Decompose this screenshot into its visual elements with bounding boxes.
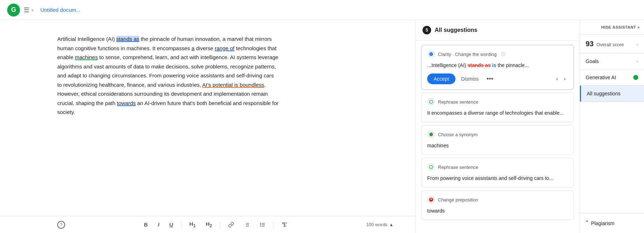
- rephrase2-icon: [427, 163, 435, 171]
- suggestion-card-rephrase1[interactable]: Rephrase sentence It encompasses a diver…: [421, 92, 574, 122]
- overall-score-label: Overall score: [596, 42, 624, 47]
- clear-format-button[interactable]: [279, 220, 289, 229]
- doc-title[interactable]: Untitled docum...: [40, 7, 81, 13]
- prev-suggestion-button[interactable]: ‹: [554, 75, 560, 83]
- svg-point-11: [260, 226, 260, 226]
- info-icon[interactable]: ⓘ: [501, 51, 505, 57]
- suggestion-card-clarity[interactable]: C Clarity · Change the wording ⓘ ...Inte…: [421, 45, 574, 90]
- ordered-list-button[interactable]: [242, 220, 252, 229]
- card-actions-clarity: Accept Dismiss ••• ‹ ›: [427, 73, 568, 84]
- bold-button[interactable]: B: [142, 220, 150, 229]
- plagiarism-label: Plagiarism: [591, 220, 614, 226]
- suggestions-count: 5: [423, 26, 431, 34]
- h1-button[interactable]: H1: [187, 219, 198, 230]
- word-count: 100 words ▲: [366, 222, 394, 227]
- suggestions-title: All suggestions: [435, 27, 477, 33]
- rephrase1-text: It encompasses a diverse range of techno…: [427, 109, 568, 117]
- generative-ai-row[interactable]: Generative AI: [580, 70, 644, 85]
- rephrase2-text: From powering voice assistants and self-…: [427, 175, 568, 182]
- topbar: G ☰ › Untitled docum...: [0, 0, 644, 20]
- underline-machines: machines: [75, 54, 98, 60]
- unordered-list-button[interactable]: [258, 220, 268, 229]
- suggestions-header: 5 All suggestions: [415, 20, 580, 41]
- overall-score-row[interactable]: 93 Overall score ›: [580, 35, 644, 53]
- italic-button[interactable]: I: [156, 220, 161, 229]
- clarity-text: ...Intelligence (AI) stands as is the pi…: [427, 62, 568, 69]
- preposition-label: Change preposition: [438, 197, 478, 203]
- hide-assistant-button[interactable]: HIDE ASSISTANT »: [580, 20, 644, 35]
- editor-toolbar: ? B I U H1 H2: [0, 216, 415, 233]
- dismiss-button[interactable]: Dismiss: [458, 73, 482, 84]
- help-button[interactable]: ?: [57, 221, 65, 229]
- accept-button[interactable]: Accept: [427, 73, 455, 84]
- generative-ai-section: Generative AI: [580, 70, 644, 86]
- svg-point-9: [260, 223, 260, 223]
- clarity-icon: C: [427, 50, 435, 58]
- underline-towards: towards: [117, 100, 136, 106]
- menu-icon[interactable]: ☰: [24, 6, 29, 14]
- overall-score-num: 93: [586, 40, 594, 48]
- underline-range-of: range of: [215, 45, 234, 51]
- all-suggestions-section: All suggestions: [580, 86, 644, 102]
- goals-row[interactable]: Goals ›: [580, 53, 644, 69]
- synonym-label: Choose a synonym: [438, 132, 478, 137]
- right-sidebar: HIDE ASSISTANT » 93 Overall score › Goal…: [580, 20, 644, 233]
- goals-section: Goals ›: [580, 53, 644, 70]
- synonym-icon: [427, 130, 435, 138]
- card-header-preposition: Change preposition: [427, 196, 568, 204]
- toolbar-divider-2: [220, 221, 220, 228]
- card-nav: ‹ ›: [554, 75, 568, 83]
- generative-ai-label: Generative AI: [586, 75, 616, 80]
- svg-point-17: [429, 133, 433, 136]
- card-header-synonym: Choose a synonym: [427, 130, 568, 138]
- toolbar-divider-3: [273, 221, 274, 228]
- plagiarism-section[interactable]: " Plagiarism: [580, 213, 644, 233]
- next-suggestion-button[interactable]: ›: [562, 75, 568, 83]
- overall-score-section: 93 Overall score ›: [580, 35, 644, 53]
- editor-area: Artificial Intelligence (AI) stands as t…: [0, 20, 415, 233]
- suggestion-card-preposition[interactable]: Change preposition towards: [421, 190, 574, 220]
- underline-button[interactable]: U: [167, 220, 175, 229]
- clarity-label: Clarity · Change the wording: [438, 52, 497, 57]
- editor-content[interactable]: Artificial Intelligence (AI) stands as t…: [0, 20, 415, 216]
- svg-point-10: [260, 224, 260, 225]
- rephrase1-icon: [427, 98, 435, 106]
- card-header-rephrase1: Rephrase sentence: [427, 98, 568, 106]
- rephrase1-label: Rephrase sentence: [438, 99, 478, 105]
- all-suggestions-row[interactable]: All suggestions: [580, 86, 644, 101]
- toolbar-divider-1: [181, 221, 181, 228]
- synonym-text: machines: [427, 142, 568, 149]
- highlight-stands-as: stands as: [116, 36, 139, 42]
- card-header-rephrase2: Rephrase sentence: [427, 163, 568, 171]
- goals-chevron: ›: [636, 58, 638, 64]
- all-suggestions-label: All suggestions: [587, 91, 620, 96]
- suggestions-panel: 5 All suggestions C Clarity · Change the…: [415, 20, 580, 233]
- card-header-clarity: C Clarity · Change the wording ⓘ: [427, 50, 568, 58]
- goals-label: Goals: [586, 58, 599, 64]
- overall-score-chevron: ›: [636, 41, 638, 47]
- generative-ai-dot: [633, 75, 638, 80]
- rephrase2-label: Rephrase sentence: [438, 165, 478, 170]
- h2-button[interactable]: H2: [204, 219, 214, 230]
- suggestion-card-rephrase2[interactable]: Rephrase sentence From powering voice as…: [421, 158, 574, 187]
- main-layout: Artificial Intelligence (AI) stands as t…: [0, 20, 644, 233]
- suggestions-list: C Clarity · Change the wording ⓘ ...Inte…: [415, 41, 580, 233]
- forward-icon[interactable]: ›: [31, 7, 33, 13]
- underline-ai-potential: AI's potential is boundless: [202, 82, 264, 88]
- svg-text:C: C: [430, 53, 432, 55]
- underline-a: a: [191, 45, 194, 51]
- more-button[interactable]: •••: [484, 74, 496, 84]
- plagiarism-icon: ": [586, 219, 588, 227]
- link-button[interactable]: [226, 220, 236, 229]
- logo-icon[interactable]: G: [7, 4, 20, 16]
- preposition-icon: [427, 196, 435, 204]
- editor-paragraph[interactable]: Artificial Intelligence (AI) stands as t…: [57, 34, 279, 117]
- suggestion-card-synonym[interactable]: Choose a synonym machines: [421, 125, 574, 155]
- preposition-text: towards: [427, 207, 568, 215]
